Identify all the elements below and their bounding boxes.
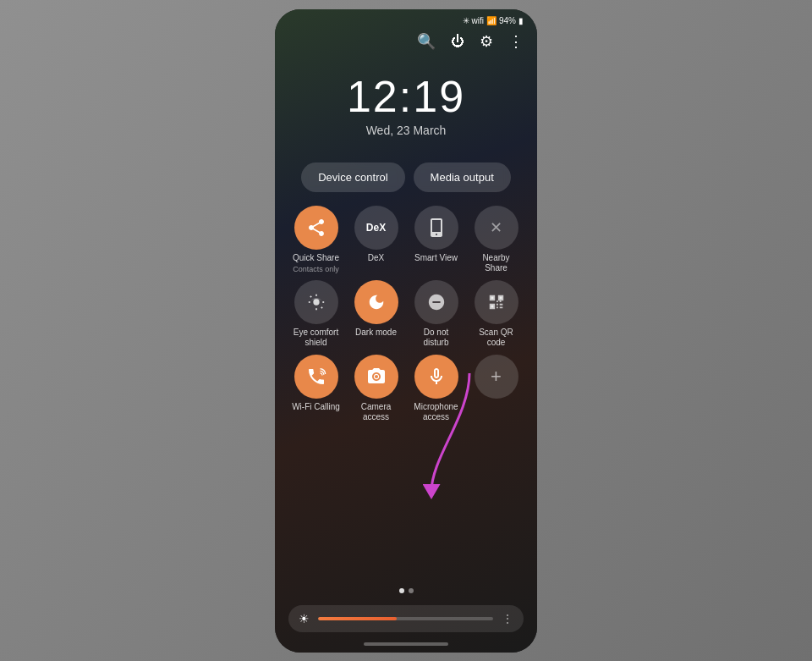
- nearby-share-label: Nearby Share: [471, 253, 522, 273]
- svg-rect-9: [491, 305, 493, 307]
- dex-icon: DeX: [354, 206, 398, 250]
- qs-add[interactable]: +: [469, 355, 524, 422]
- nearby-share-icon: ✕: [475, 206, 518, 250]
- page-dot-1: [399, 588, 404, 593]
- quick-share-icon: [294, 206, 338, 250]
- page-indicators: [275, 580, 537, 602]
- phone-icon: 📶: [486, 16, 497, 25]
- header-controls: 🔍 ⏻ ⚙ ⋮: [275, 29, 537, 58]
- home-indicator[interactable]: [364, 642, 448, 646]
- phone-screen: ✳ wifi 📶 94% ▮ 🔍 ⏻ ⚙ ⋮ 12:19: [275, 9, 537, 653]
- mic-access-icon: [414, 355, 458, 399]
- qs-dark-mode[interactable]: Dark mode: [348, 280, 403, 348]
- do-not-disturb-icon: [414, 280, 458, 324]
- power-icon[interactable]: ⏻: [451, 34, 464, 49]
- qs-smart-view[interactable]: Smart View: [409, 206, 464, 273]
- qs-wifi-calling[interactable]: Wi-Fi Calling: [288, 355, 343, 422]
- brightness-icon: ☀: [299, 612, 310, 625]
- brightness-track: [318, 617, 493, 620]
- scan-qr-icon: [475, 280, 518, 324]
- camera-access-icon: [354, 355, 398, 399]
- smart-view-label: Smart View: [414, 253, 458, 263]
- wifi-calling-label: Wi-Fi Calling: [292, 402, 340, 412]
- bottom-bar: [275, 636, 537, 653]
- quick-actions-row: Device control Media output: [275, 162, 537, 206]
- wifi-icon: wifi: [472, 16, 484, 25]
- clock-time: 12:19: [347, 74, 465, 118]
- brightness-more-icon: ⋮: [502, 612, 513, 625]
- settings-icon[interactable]: ⚙: [480, 32, 493, 51]
- eye-comfort-label: Eye comfort shield: [291, 328, 342, 348]
- qs-mic-access[interactable]: Microphone access: [409, 355, 464, 422]
- dark-mode-label: Dark mode: [355, 328, 397, 338]
- dark-mode-icon: [354, 280, 398, 324]
- svg-line-3: [310, 295, 310, 296]
- bluetooth-icon: ✳: [463, 16, 469, 25]
- page-dot-2: [409, 588, 414, 593]
- device-control-button[interactable]: Device control: [301, 162, 404, 192]
- clock-area: 12:19 Wed, 23 March: [275, 58, 537, 162]
- quick-share-sublabel: Contacts only: [293, 265, 339, 273]
- mic-access-label: Microphone access: [411, 402, 462, 422]
- qs-nearby-share[interactable]: ✕ Nearby Share: [469, 206, 524, 273]
- svg-line-4: [321, 306, 321, 307]
- qs-quick-share[interactable]: Quick Share Contacts only: [288, 206, 343, 273]
- more-icon[interactable]: ⋮: [508, 32, 524, 51]
- qs-dex[interactable]: DeX DeX: [348, 206, 403, 273]
- wifi-calling-icon: [294, 355, 338, 399]
- svg-rect-7: [491, 296, 493, 299]
- qs-eye-comfort[interactable]: Eye comfort shield: [288, 280, 343, 348]
- camera-access-label: Camera access: [351, 402, 402, 422]
- qs-do-not-disturb[interactable]: Do not disturb: [409, 280, 464, 348]
- brightness-fill: [318, 617, 397, 620]
- clock-date: Wed, 23 March: [366, 124, 447, 137]
- qs-camera-access[interactable]: Camera access: [348, 355, 403, 422]
- quick-share-label: Quick Share: [293, 253, 339, 263]
- quick-settings-panel: Quick Share Contacts only DeX DeX: [275, 206, 537, 580]
- media-output-button[interactable]: Media output: [414, 162, 511, 192]
- do-not-disturb-label: Do not disturb: [411, 328, 462, 348]
- battery-icon: ▮: [518, 16, 524, 25]
- scan-qr-label: Scan QR code: [471, 328, 522, 348]
- status-bar: ✳ wifi 📶 94% ▮: [275, 9, 537, 29]
- search-icon[interactable]: 🔍: [417, 32, 436, 51]
- battery-text: 94%: [499, 16, 516, 25]
- eye-comfort-icon: [294, 280, 338, 324]
- add-icon: +: [475, 355, 518, 399]
- brightness-bar[interactable]: ☀ ⋮: [288, 605, 524, 632]
- smart-view-icon: [414, 206, 458, 250]
- svg-rect-8: [499, 296, 502, 299]
- dex-label: DeX: [368, 253, 384, 263]
- qs-scan-qr[interactable]: Scan QR code: [469, 280, 524, 348]
